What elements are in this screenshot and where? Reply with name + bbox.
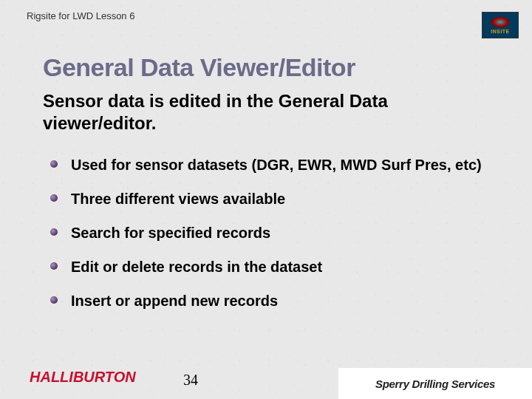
insite-logo: INSITE [482, 12, 519, 38]
bullet-list: Used for sensor datasets (DGR, EWR, MWD … [50, 155, 488, 325]
list-item: Used for sensor datasets (DGR, EWR, MWD … [50, 155, 488, 174]
slide-subtitle: Sensor data is edited in the General Dat… [43, 90, 488, 134]
list-item: Search for specified records [50, 223, 488, 242]
lesson-label: Rigsite for LWD Lesson 6 [27, 10, 134, 21]
list-item: Edit or delete records in the dataset [50, 257, 488, 276]
eye-icon [491, 17, 509, 27]
list-item: Three different views available [50, 189, 488, 208]
page-number: 34 [183, 372, 198, 389]
slide-title: General Data Viewer/Editor [43, 53, 355, 82]
sperry-logo: Sperry Drilling Services [338, 368, 532, 399]
list-item: Insert or append new records [50, 291, 488, 310]
insite-logo-text: INSITE [491, 29, 510, 34]
halliburton-logo: HALLIBURTON [30, 369, 136, 386]
